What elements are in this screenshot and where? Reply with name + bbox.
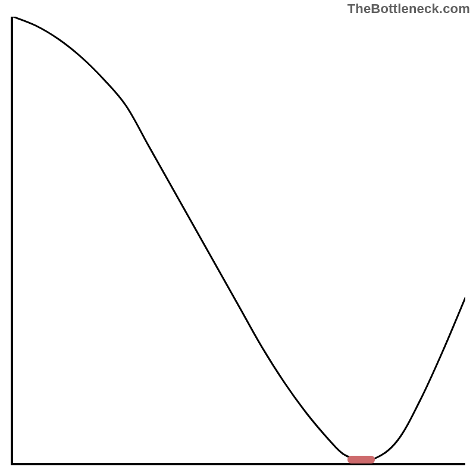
plot-frame xyxy=(11,17,465,465)
gradient-background xyxy=(13,17,465,463)
chart-container: TheBottleneck.com xyxy=(0,0,476,476)
optimum-marker xyxy=(347,456,375,464)
plot-svg xyxy=(13,17,465,463)
watermark-text: TheBottleneck.com xyxy=(347,1,470,17)
